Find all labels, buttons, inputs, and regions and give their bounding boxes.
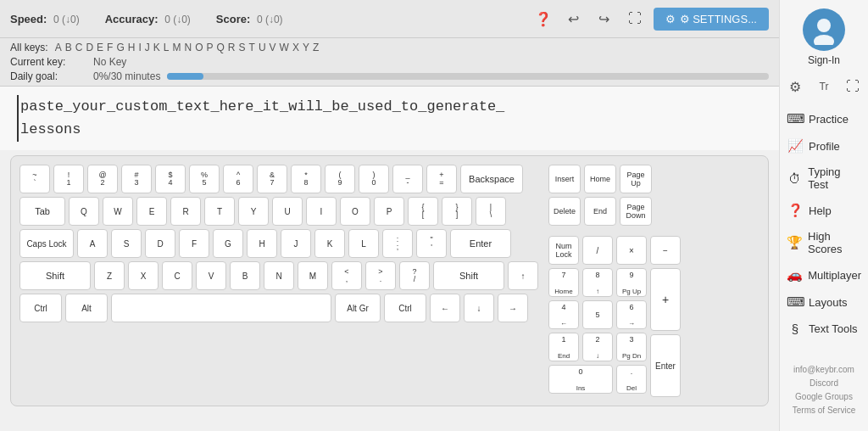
key-num-minus[interactable]: − <box>650 236 681 265</box>
key-h[interactable]: H <box>247 229 277 258</box>
key-2[interactable]: @2 <box>87 165 118 193</box>
key-tab[interactable]: Tab <box>19 197 65 226</box>
key-shift-right[interactable]: Shift <box>433 261 504 290</box>
typing-area[interactable]: paste_your_custom_text_here_it_will_be_u… <box>0 87 779 150</box>
key-pagedown[interactable]: PageDown <box>620 197 652 226</box>
settings-button[interactable]: ⚙ ⚙ SETTINGS... <box>654 8 769 31</box>
key-r[interactable]: R <box>170 197 201 226</box>
key-e[interactable]: E <box>136 197 167 226</box>
key-8[interactable]: *8 <box>291 165 321 193</box>
key-up[interactable]: ↑ <box>508 261 538 290</box>
key-k[interactable]: K <box>314 229 345 258</box>
key-num-0[interactable]: 0Ins <box>548 365 613 394</box>
key-end[interactable]: End <box>584 197 616 226</box>
sidebar-gear-btn[interactable]: ⚙ <box>783 75 807 98</box>
key-num-enter[interactable]: Enter <box>650 334 681 397</box>
key-1[interactable]: !1 <box>53 165 84 193</box>
sidebar-item-layouts[interactable]: ⌨ Layouts <box>780 288 868 316</box>
redo-btn[interactable]: ↪ <box>593 7 616 31</box>
footer-link-google-groups[interactable]: Google Groups <box>795 392 853 401</box>
key-b[interactable]: B <box>230 261 260 290</box>
key-alt-left[interactable]: Alt <box>65 294 108 322</box>
key-num-4[interactable]: 4← <box>548 300 579 329</box>
sidebar-item-typing-test[interactable]: ⏱ Typing Test <box>780 160 868 197</box>
sidebar-item-high-scores[interactable]: 🏆 High Scores <box>780 224 868 261</box>
key-num-dot[interactable]: .Del <box>616 365 647 394</box>
key-3[interactable]: #3 <box>121 165 152 193</box>
key-g[interactable]: G <box>213 229 243 258</box>
key-semicolon[interactable]: :; <box>382 229 413 258</box>
key-q[interactable]: Q <box>69 197 99 226</box>
key-num-1[interactable]: 1End <box>548 333 579 361</box>
key-comma[interactable]: <, <box>331 261 362 290</box>
key-y[interactable]: Y <box>238 197 269 226</box>
key-enter[interactable]: Enter <box>450 229 511 258</box>
key-num-8[interactable]: 8↑ <box>582 268 613 297</box>
key-num-7[interactable]: 7Home <box>548 268 579 297</box>
key-f[interactable]: F <box>179 229 209 258</box>
key-left[interactable]: ← <box>430 294 460 322</box>
key-num-9[interactable]: 9Pg Up <box>616 268 647 297</box>
key-num-divide[interactable]: / <box>582 236 613 265</box>
key-space[interactable] <box>111 294 331 322</box>
key-shift-left[interactable]: Shift <box>19 261 91 290</box>
help-icon-btn[interactable]: ❓ <box>531 7 555 31</box>
key-numlock[interactable]: NumLock <box>548 236 579 265</box>
key-slash[interactable]: ?/ <box>399 261 430 290</box>
avatar[interactable] <box>803 8 845 51</box>
key-num-plus[interactable]: + <box>650 268 681 331</box>
key-l[interactable]: L <box>348 229 379 258</box>
key-7[interactable]: &7 <box>257 165 287 193</box>
key-x[interactable]: X <box>128 261 159 290</box>
key-period[interactable]: >. <box>365 261 396 290</box>
key-4[interactable]: $4 <box>155 165 186 193</box>
key-a[interactable]: A <box>77 229 108 258</box>
key-5[interactable]: %5 <box>189 165 220 193</box>
key-w[interactable]: W <box>103 197 133 226</box>
key-ctrl-left[interactable]: Ctrl <box>19 294 62 322</box>
key-rbracket[interactable]: }] <box>442 197 472 226</box>
key-backslash[interactable]: |\ <box>476 197 506 226</box>
key-z[interactable]: Z <box>94 261 125 290</box>
key-delete[interactable]: Delete <box>548 197 581 226</box>
sidebar-item-profile[interactable]: 📈 Profile <box>780 132 868 160</box>
key-6[interactable]: ^6 <box>223 165 253 193</box>
key-o[interactable]: O <box>340 197 370 226</box>
key-lbracket[interactable]: {[ <box>408 197 438 226</box>
key-pageup[interactable]: PageUp <box>620 165 652 193</box>
key-backspace[interactable]: Backspace <box>460 165 523 193</box>
key-s[interactable]: S <box>111 229 142 258</box>
footer-link-discord[interactable]: Discord <box>810 378 838 388</box>
key-i[interactable]: I <box>306 197 337 226</box>
key-n[interactable]: N <box>264 261 294 290</box>
key-minus[interactable]: _- <box>392 165 423 193</box>
key-ctrl-right[interactable]: Ctrl <box>384 294 426 322</box>
key-j[interactable]: J <box>281 229 311 258</box>
key-m[interactable]: M <box>298 261 328 290</box>
undo-btn[interactable]: ↩ <box>562 7 586 31</box>
fullscreen-btn[interactable]: ⛶ <box>623 7 647 31</box>
key-insert[interactable]: Insert <box>548 165 581 193</box>
key-num-6[interactable]: 6→ <box>616 300 647 329</box>
sidebar-item-practice[interactable]: ⌨ Practice <box>780 105 868 132</box>
key-0[interactable]: )0 <box>359 165 389 193</box>
footer-link-email[interactable]: info@keybr.com <box>793 365 854 374</box>
key-backtick[interactable]: ~` <box>19 165 50 193</box>
key-right[interactable]: → <box>498 294 528 322</box>
key-d[interactable]: D <box>145 229 175 258</box>
sidebar-item-text-tools[interactable]: § Text Tools <box>780 316 868 342</box>
footer-link-tos[interactable]: Terms of Service <box>793 406 855 415</box>
key-num-multiply[interactable]: × <box>616 236 647 265</box>
key-9[interactable]: (9 <box>325 165 355 193</box>
key-v[interactable]: V <box>196 261 226 290</box>
sidebar-expand-btn[interactable]: ⛶ <box>841 75 865 98</box>
sidebar-item-multiplayer[interactable]: 🚗 Multiplayer <box>780 261 868 288</box>
key-t[interactable]: T <box>204 197 235 226</box>
key-num-2[interactable]: 2↓ <box>582 333 613 361</box>
key-down[interactable]: ↓ <box>464 294 494 322</box>
key-c[interactable]: C <box>162 261 192 290</box>
key-num-3[interactable]: 3Pg Dn <box>616 333 647 361</box>
key-equals[interactable]: += <box>426 165 457 193</box>
key-p[interactable]: P <box>374 197 404 226</box>
key-altgr[interactable]: Alt Gr <box>335 294 381 322</box>
